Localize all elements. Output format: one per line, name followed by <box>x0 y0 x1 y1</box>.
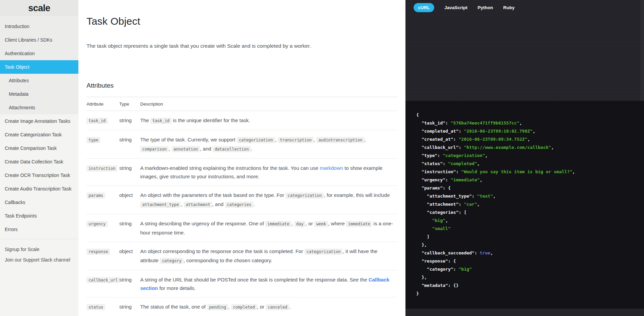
description-cell: An object corresponding to the response … <box>140 242 397 270</box>
sidebar-item-client-libraries-sdks[interactable]: Client Libraries / SDKs <box>0 33 78 47</box>
code-line: "task_id": "576ba74eec471ff9b01557cc", <box>416 119 644 127</box>
attribute-name-pill: urgency <box>86 221 108 227</box>
type-cell: string <box>119 270 140 297</box>
description-cell: The task_id is the unique identifier for… <box>140 111 397 130</box>
attribute-name-pill: instruction <box>86 165 117 172</box>
attribute-cell: instruction <box>86 159 119 186</box>
inline-code: audiotranscription <box>316 137 364 143</box>
attribute-name-pill: type <box>86 137 100 143</box>
tab-javascript[interactable]: JavaScript <box>444 3 467 12</box>
sidebar-nav-secondary: Create Image Annotation TasksCreate Cate… <box>0 114 78 236</box>
inline-code: datacollection <box>213 146 251 152</box>
code-panel-header: cURLJavaScriptPythonRuby <box>405 0 644 101</box>
column-header-type: Type <box>119 97 140 111</box>
type-cell: string <box>119 159 140 186</box>
inline-code: immediate <box>346 221 372 227</box>
code-line: "created_at": "2016-06-23T09:09:34.752Z"… <box>416 135 644 143</box>
code-line: "response": { <box>416 257 644 265</box>
sidebar-item-create-audio-transcription-task[interactable]: Create Audio Transcription Task <box>0 182 78 196</box>
sidebar-link-signup-for-scale[interactable]: Signup for Scale <box>0 244 78 254</box>
table-header-row: AttributeTypeDescription <box>86 97 397 111</box>
scale-logo: scale <box>0 0 78 16</box>
code-line: "big", <box>416 217 644 225</box>
type-cell: object <box>119 186 140 214</box>
type-cell: string <box>119 297 140 316</box>
attribute-cell: response <box>86 242 119 270</box>
tab-ruby[interactable]: Ruby <box>503 3 515 12</box>
intro-text: The task object represents a single task… <box>86 42 397 50</box>
inline-code: comparison <box>140 146 169 152</box>
type-cell: string <box>119 111 140 130</box>
link-callback-section[interactable]: Callback section <box>140 277 389 291</box>
attribute-cell: callback_url <box>86 270 119 297</box>
sidebar-nav-primary: IntroductionClient Libraries / SDKsAuthe… <box>0 16 78 114</box>
code-line: "category": "big" <box>416 265 644 273</box>
code-line: }, <box>416 241 644 249</box>
inline-code: pending <box>207 304 228 310</box>
sidebar-item-create-categorization-task[interactable]: Create Categorization Task <box>0 128 78 141</box>
attribute-cell: status <box>86 297 119 316</box>
sidebar-item-task-endpoints[interactable]: Task Endpoints <box>0 209 78 223</box>
description-cell: An object with the parameters of the tas… <box>140 186 397 214</box>
sidebar-item-create-ocr-transcription-task[interactable]: Create OCR Transcription Task <box>0 168 78 182</box>
code-line: "metadata": {} <box>416 281 644 290</box>
type-cell: string <box>119 130 140 159</box>
scrollbar-track[interactable] <box>640 0 644 101</box>
inline-code: annotation <box>172 146 200 152</box>
sidebar-link-join-our-support-slack-channel[interactable]: Join our Support Slack channel <box>0 254 78 265</box>
type-cell: object <box>119 242 140 270</box>
inline-code: completed <box>231 304 257 310</box>
code-line: "attachment_type": "text", <box>416 192 644 200</box>
tab-python[interactable]: Python <box>478 3 493 12</box>
inline-code: task_id <box>150 118 172 124</box>
code-line: { <box>416 111 644 119</box>
attribute-name-pill: response <box>86 249 110 255</box>
sidebar-footer: Signup for ScaleJoin our Support Slack c… <box>0 239 78 265</box>
table-row-params: paramsobjectAn object with the parameter… <box>86 186 397 214</box>
inline-code: canceled <box>266 304 289 310</box>
sidebar-item-errors[interactable]: Errors <box>0 223 78 236</box>
sidebar-item-create-data-collection-task[interactable]: Create Data Collection Task <box>0 155 78 168</box>
code-line: "completed_at": "2016-06-23T09:10:02.798… <box>416 127 644 135</box>
table-row-status: statusstringThe status of the task, one … <box>86 297 397 316</box>
tab-curl[interactable]: cURL <box>414 3 434 12</box>
description-cell: A markdown-enabled string explaining the… <box>140 159 397 186</box>
sidebar-item-callbacks[interactable]: Callbacks <box>0 196 78 209</box>
inline-code: category <box>160 258 183 264</box>
inline-code: categorization <box>304 249 343 255</box>
sidebar-item-create-image-annotation-tasks[interactable]: Create Image Annotation Tasks <box>0 114 78 128</box>
attribute-cell: urgency <box>86 214 119 242</box>
code-line: "type": "categorization", <box>416 152 644 160</box>
description-cell: A string describing the urgency of the r… <box>140 214 397 242</box>
inline-code: categories <box>225 202 253 208</box>
sidebar-item-introduction[interactable]: Introduction <box>0 20 78 33</box>
main-content: Task Object The task object represents a… <box>78 0 405 316</box>
inline-code: attachment <box>184 202 212 208</box>
sidebar-item-attributes[interactable]: Attributes <box>0 74 78 87</box>
column-header-description: Description <box>140 97 397 111</box>
code-line: "categories": [ <box>416 208 644 217</box>
link-markdown[interactable]: markdown <box>320 165 343 171</box>
table-row-type: typestringThe type of the task. Currentl… <box>86 130 397 159</box>
column-header-attribute: Attribute <box>86 97 119 111</box>
table-row-task-id: task_idstringThe task_id is the unique i… <box>86 111 397 130</box>
sidebar-item-attachments[interactable]: Attachments <box>0 101 78 114</box>
attribute-name-pill: callback_url <box>86 277 120 283</box>
code-line: } <box>416 290 644 298</box>
attribute-cell: params <box>86 186 119 214</box>
attribute-name-pill: status <box>86 304 105 310</box>
sidebar-item-task-object[interactable]: Task Object <box>0 60 78 74</box>
language-tabs: cURLJavaScriptPythonRuby <box>405 0 644 12</box>
sidebar-item-authentication[interactable]: Authentication <box>0 47 78 60</box>
sidebar-item-create-comparison-task[interactable]: Create Comparison Task <box>0 141 78 155</box>
inline-code: day <box>294 221 306 227</box>
description-cell: A string of the URL that should be POSTe… <box>140 270 397 297</box>
attribute-cell: task_id <box>86 111 119 130</box>
code-line: "status": "completed", <box>416 160 644 168</box>
page-title: Task Object <box>86 16 397 27</box>
sidebar-item-metadata[interactable]: Metadata <box>0 87 78 101</box>
description-cell: The status of the task, one of pending, … <box>140 297 397 316</box>
code-line: "instruction": "Would you say this item … <box>416 168 644 176</box>
code-line: "callback_url": "http://www.example.com/… <box>416 143 644 152</box>
type-cell: string <box>119 214 140 242</box>
